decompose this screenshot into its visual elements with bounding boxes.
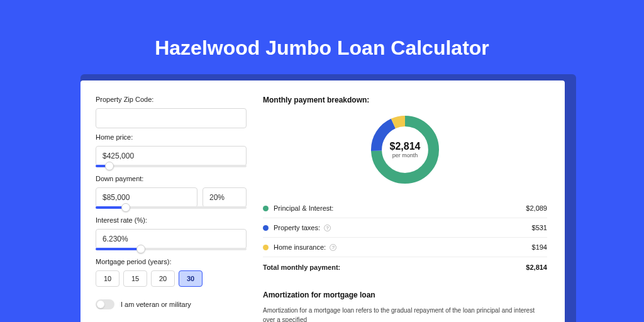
donut-center: $2,814 per month bbox=[367, 112, 443, 187]
down-payment-field: Down payment: bbox=[96, 175, 247, 209]
help-icon[interactable]: ? bbox=[324, 225, 331, 231]
down-payment-amount-input[interactable] bbox=[96, 187, 197, 208]
donut-chart: $2,814 per month bbox=[367, 112, 443, 187]
mortgage-period-option[interactable]: 30 bbox=[179, 270, 203, 287]
mortgage-period-option[interactable]: 15 bbox=[123, 270, 147, 287]
page-title: Hazelwood Jumbo Loan Calculator bbox=[0, 0, 644, 76]
legend-value: $2,089 bbox=[526, 204, 547, 212]
mortgage-period-option[interactable]: 10 bbox=[96, 270, 119, 287]
down-payment-percent-input[interactable] bbox=[203, 187, 247, 208]
legend-label: Property taxes: bbox=[274, 224, 320, 231]
legend-row: Home insurance:?$194 bbox=[263, 238, 547, 257]
calculator-card: Property Zip Code: Home price: Down paym… bbox=[80, 80, 565, 322]
toggle-knob bbox=[97, 301, 104, 308]
home-price-input[interactable] bbox=[96, 146, 247, 166]
slider-thumb[interactable] bbox=[136, 245, 145, 253]
mortgage-period-option[interactable]: 20 bbox=[151, 270, 175, 287]
interest-rate-input[interactable] bbox=[96, 229, 247, 249]
down-payment-label: Down payment: bbox=[96, 175, 247, 182]
legend-value: $531 bbox=[532, 224, 547, 231]
interest-rate-slider[interactable] bbox=[96, 248, 247, 250]
mortgage-period-field: Mortgage period (years): 10152030 bbox=[96, 258, 247, 287]
legend-dot bbox=[263, 225, 269, 231]
help-icon[interactable]: ? bbox=[330, 244, 336, 251]
home-price-label: Home price: bbox=[96, 133, 247, 141]
mortgage-period-label: Mortgage period (years): bbox=[96, 258, 247, 265]
zip-field: Property Zip Code: bbox=[96, 96, 247, 128]
home-price-slider[interactable] bbox=[96, 165, 247, 167]
amortization-title: Amortization for mortgage loan bbox=[263, 291, 547, 299]
legend-value: $194 bbox=[532, 243, 547, 251]
donut-amount: $2,814 bbox=[390, 141, 421, 152]
home-price-field: Home price: bbox=[96, 133, 247, 167]
legend-dot bbox=[263, 206, 269, 211]
veteran-toggle-row: I am veteran or military bbox=[96, 299, 247, 309]
slider-thumb[interactable] bbox=[105, 162, 114, 170]
legend-row: Property taxes:?$531 bbox=[263, 218, 547, 238]
legend-label: Principal & Interest: bbox=[274, 204, 333, 212]
inputs-column: Property Zip Code: Home price: Down paym… bbox=[96, 96, 247, 322]
mortgage-period-options: 10152030 bbox=[96, 270, 247, 287]
zip-input[interactable] bbox=[96, 108, 247, 128]
donut-chart-wrap: $2,814 per month bbox=[263, 112, 547, 187]
veteran-toggle-label: I am veteran or military bbox=[121, 301, 191, 308]
legend-dot bbox=[263, 245, 269, 250]
donut-sub: per month bbox=[392, 152, 418, 158]
breakdown-column: Monthly payment breakdown: $2,814 per mo… bbox=[263, 96, 547, 322]
total-row: Total monthly payment: $2,814 bbox=[263, 257, 547, 277]
interest-rate-field: Interest rate (%): bbox=[96, 216, 247, 250]
amortization-text: Amortization for a mortgage loan refers … bbox=[263, 306, 547, 322]
breakdown-legend: Principal & Interest:$2,089Property taxe… bbox=[263, 199, 547, 257]
veteran-toggle[interactable] bbox=[96, 299, 114, 309]
zip-label: Property Zip Code: bbox=[96, 96, 247, 103]
total-value: $2,814 bbox=[526, 264, 547, 271]
down-payment-slider[interactable] bbox=[96, 206, 247, 209]
legend-row: Principal & Interest:$2,089 bbox=[263, 199, 547, 218]
total-label: Total monthly payment: bbox=[263, 264, 340, 271]
legend-label: Home insurance: bbox=[274, 243, 326, 251]
slider-thumb[interactable] bbox=[121, 203, 130, 212]
breakdown-title: Monthly payment breakdown: bbox=[263, 96, 547, 104]
interest-rate-label: Interest rate (%): bbox=[96, 216, 247, 224]
